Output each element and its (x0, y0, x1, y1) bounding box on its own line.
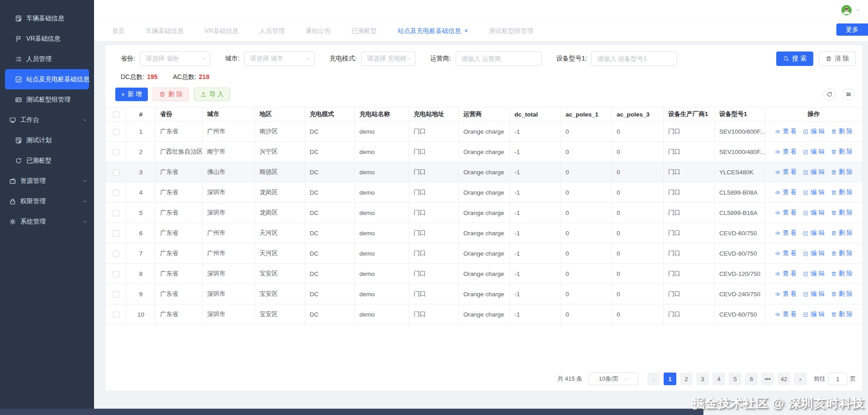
delete-link[interactable]: 删 除 (831, 148, 853, 156)
row-checkbox[interactable] (113, 190, 119, 196)
page-button[interactable]: 42 (778, 373, 790, 385)
row-checkbox[interactable] (113, 291, 119, 298)
tab-item[interactable]: VR基础信息 (204, 27, 238, 35)
tab-item[interactable]: 站点及充电桩基础信息✕ (397, 27, 468, 35)
import-button[interactable]: 导 入 (194, 88, 230, 101)
table-row: 9广东省深圳市宝安区DCdemo门口Orange charge-100门口CEV… (106, 284, 863, 304)
table-cell: 门口 (664, 284, 715, 304)
page-button[interactable]: 2 (680, 373, 693, 385)
edit-link[interactable]: 编 辑 (803, 168, 825, 176)
tab-item[interactable]: 已测桩型 (351, 27, 377, 35)
goto-page-input[interactable] (828, 373, 847, 385)
tab-item[interactable]: 通知公告 (305, 27, 330, 35)
dc-total-value: 195 (147, 73, 157, 80)
view-link[interactable]: 查 看 (775, 270, 797, 278)
delete-link[interactable]: 删 除 (831, 229, 853, 237)
table-cell: DC (305, 243, 355, 264)
tab-item[interactable]: 测试桩型组管理 (489, 27, 533, 35)
edit-link[interactable]: 编 辑 (803, 229, 825, 237)
edit-link[interactable]: 编 辑 (803, 270, 825, 278)
table-cell: Orange charge (459, 162, 510, 182)
table-cell: 9 (127, 284, 156, 304)
page-button[interactable]: 5 (729, 373, 741, 385)
clear-button[interactable]: 清 除 (819, 51, 856, 66)
row-checkbox[interactable] (113, 271, 119, 277)
sidebar-item[interactable]: VR基础信息 (0, 28, 94, 49)
row-checkbox[interactable] (113, 129, 119, 135)
tab-item[interactable]: 首页 (112, 27, 125, 35)
prev-page-button[interactable]: ‹ (647, 373, 660, 385)
row-checkbox[interactable] (113, 251, 119, 257)
delete-link[interactable]: 删 除 (831, 127, 853, 135)
view-link[interactable]: 查 看 (775, 209, 797, 217)
tab-item[interactable]: 车辆基础信息 (146, 27, 184, 35)
search-button[interactable]: 搜 索 (776, 51, 813, 66)
delete-link[interactable]: 删 除 (831, 249, 853, 257)
sidebar-item[interactable]: 站点及充电桩基础信息 (5, 69, 89, 89)
sidebar-item[interactable]: 测试桩型组管理 (0, 89, 94, 110)
row-checkbox[interactable] (113, 230, 119, 237)
edit-link[interactable]: 编 辑 (803, 148, 825, 156)
view-link[interactable]: 查 看 (775, 168, 797, 176)
more-button[interactable]: 更多 (836, 23, 868, 36)
filter-select[interactable]: 请选择 城市 (244, 51, 315, 66)
avatar[interactable] (841, 5, 852, 15)
tab-item[interactable]: 人员管理 (259, 27, 284, 35)
sidebar-item[interactable]: 系统管理 (0, 211, 94, 232)
sidebar-item[interactable]: 工作台 (0, 110, 94, 130)
user-menu[interactable] (841, 5, 861, 15)
sidebar-item[interactable]: 资源管理 (0, 171, 94, 191)
filter-select[interactable]: 请选择 省份 (140, 51, 210, 66)
edit-link[interactable]: 编 辑 (803, 209, 825, 217)
close-tab-icon[interactable]: ✕ (464, 28, 468, 34)
row-checkbox[interactable] (113, 210, 119, 216)
row-checkbox[interactable] (113, 312, 119, 318)
delete-link[interactable]: 删 除 (831, 188, 853, 196)
sidebar-item[interactable]: 人员管理 (0, 49, 94, 69)
page-size-select[interactable]: 10条/页 (589, 373, 638, 385)
filter-select[interactable]: 请选择 充电模式 (361, 51, 415, 66)
view-link[interactable]: 查 看 (775, 188, 797, 196)
edit-link[interactable]: 编 辑 (803, 188, 825, 196)
more-pages-button[interactable]: ••• (761, 373, 774, 385)
column-settings-button[interactable] (842, 88, 855, 101)
delete-link[interactable]: 删 除 (831, 270, 853, 278)
refresh-button[interactable] (823, 88, 836, 101)
select-all-checkbox[interactable] (113, 112, 119, 118)
edit-link[interactable]: 编 辑 (803, 127, 825, 135)
filter-input[interactable] (456, 51, 542, 66)
delete-button[interactable]: 删 除 (153, 88, 189, 101)
edit-link[interactable]: 编 辑 (803, 249, 825, 257)
edit-link[interactable]: 编 辑 (803, 310, 825, 318)
sidebar-item[interactable]: 车辆基础信息 (0, 8, 94, 28)
table-cell: DC (305, 162, 355, 182)
eye-icon (775, 312, 781, 317)
sidebar-item[interactable]: 已测桩型 (0, 150, 94, 171)
filter-input[interactable] (591, 51, 677, 66)
page-button[interactable]: 3 (696, 373, 709, 385)
page-button[interactable]: 1 (664, 373, 676, 385)
table-cell: Orange charge (459, 203, 510, 223)
add-button[interactable]: + 新 增 (115, 88, 148, 101)
sidebar-item[interactable]: 权限管理 (0, 191, 94, 211)
page-button[interactable]: 6 (745, 373, 758, 385)
delete-link[interactable]: 删 除 (831, 290, 853, 298)
delete-link[interactable]: 删 除 (831, 209, 853, 217)
row-checkbox[interactable] (113, 169, 119, 176)
edit-link[interactable]: 编 辑 (803, 290, 825, 298)
delete-link[interactable]: 删 除 (831, 310, 853, 318)
page-button[interactable]: 4 (712, 373, 725, 385)
next-page-button[interactable]: › (794, 373, 807, 385)
view-link[interactable]: 查 看 (775, 148, 797, 156)
delete-link[interactable]: 删 除 (831, 168, 853, 176)
sidebar-item[interactable]: 测试计划 (0, 130, 94, 150)
view-link[interactable]: 查 看 (775, 127, 797, 135)
row-checkbox[interactable] (113, 149, 119, 155)
view-link[interactable]: 查 看 (775, 310, 797, 318)
view-link[interactable]: 查 看 (775, 229, 797, 237)
row-actions: 查 看编 辑删 除 (770, 229, 858, 237)
chevron-down-icon[interactable] (855, 8, 861, 13)
view-link[interactable]: 查 看 (775, 249, 797, 257)
view-link[interactable]: 查 看 (775, 290, 797, 298)
tab-label: 车辆基础信息 (146, 27, 184, 35)
